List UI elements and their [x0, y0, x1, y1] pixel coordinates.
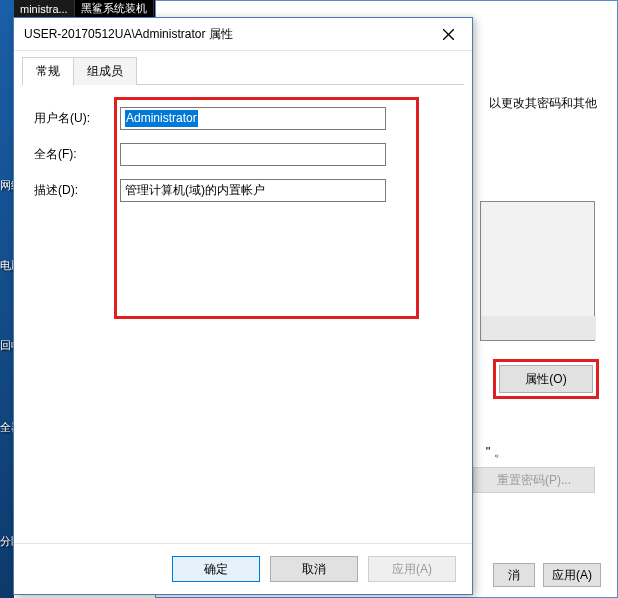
taskbar-item[interactable]: ministra...	[14, 0, 75, 17]
apply-button: 应用(A)	[368, 556, 456, 582]
username-label: 用户名(U):	[34, 110, 120, 127]
ok-button[interactable]: 确定	[172, 556, 260, 582]
list-panel[interactable]	[480, 201, 595, 341]
username-field[interactable]: Administrator	[120, 107, 386, 130]
reset-password-button: 重置密码(P)...	[473, 467, 595, 493]
hint-text: 以更改其密码和其他	[489, 95, 597, 112]
highlight-box: 属性(O)	[493, 359, 599, 399]
cancel-button[interactable]: 消	[493, 563, 535, 587]
fullname-label: 全名(F):	[34, 146, 120, 163]
tab-body: 用户名(U): Administrator 全名(F): 描述(D):	[14, 85, 472, 543]
dialog-button-row: 确定 取消 应用(A)	[14, 543, 472, 594]
close-icon	[443, 29, 454, 40]
highlight-box	[114, 97, 419, 319]
desktop-background	[0, 0, 14, 598]
user-properties-dialog: USER-20170512UA\Administrator 属性 常规 组成员 …	[13, 17, 473, 595]
tab-strip: 常规 组成员	[14, 51, 472, 85]
taskbar: ministra... 黑鲨系统装机	[14, 0, 164, 17]
description-label: 描述(D):	[34, 182, 120, 199]
taskbar-item[interactable]: 黑鲨系统装机	[75, 0, 154, 17]
properties-button[interactable]: 属性(O)	[499, 365, 593, 393]
close-button[interactable]	[426, 20, 470, 48]
dialog-title: USER-20170512UA\Administrator 属性	[24, 26, 426, 43]
username-value: Administrator	[125, 110, 198, 127]
fullname-field[interactable]	[120, 143, 386, 166]
cancel-button[interactable]: 取消	[270, 556, 358, 582]
tab-memberof[interactable]: 组成员	[73, 57, 137, 85]
titlebar[interactable]: USER-20170512UA\Administrator 属性	[14, 18, 472, 51]
tab-general[interactable]: 常规	[22, 57, 74, 86]
text-tail: " 。	[486, 443, 507, 461]
apply-button[interactable]: 应用(A)	[543, 563, 601, 587]
description-field[interactable]	[120, 179, 386, 202]
